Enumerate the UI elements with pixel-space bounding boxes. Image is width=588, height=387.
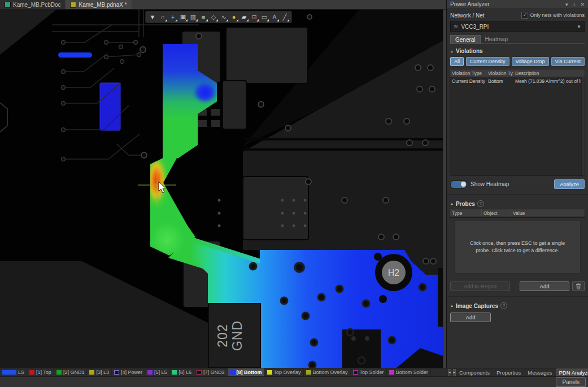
only-violations-checkbox[interactable]: ✓: [521, 12, 528, 19]
trash-icon: [576, 283, 581, 289]
probes-table-header: Type Object Value: [450, 209, 585, 217]
show-heatmap-toggle[interactable]: [450, 181, 467, 188]
pin-icon[interactable]: ⊥: [572, 2, 577, 7]
probes-table[interactable]: Type Object Value: [450, 209, 585, 218]
layer-tab[interactable]: [4] Power: [112, 368, 145, 376]
panel-tab-strip: General Heatmap: [450, 35, 585, 44]
region-shape-icon[interactable]: ▰: [239, 12, 249, 22]
layer-color-swatch: [2, 370, 16, 375]
filter-icon[interactable]: ▼: [147, 12, 158, 22]
layer-tab[interactable]: Bottom Overlay: [304, 368, 351, 376]
help-icon[interactable]: ?: [500, 302, 507, 309]
workspace-panel-tab[interactable]: Messages: [524, 368, 555, 377]
move-crosshair-icon[interactable]: +: [168, 12, 178, 22]
layer-tab[interactable]: Top Solder: [351, 368, 387, 376]
layer-tab[interactable]: [6] L6: [169, 368, 194, 376]
wave-measure-icon[interactable]: ∿: [219, 12, 229, 22]
workspace-panel-tab[interactable]: PDN Analyzer: [556, 368, 588, 377]
layer-color-swatch: [29, 370, 34, 375]
layer-tab[interactable]: LS: [0, 368, 27, 376]
layer-color-swatch: [267, 370, 272, 375]
help-icon[interactable]: ?: [477, 200, 484, 207]
pcb-canvas[interactable]: H2 202 G: [0, 10, 443, 368]
layer-tab[interactable]: Bottom Solder: [387, 368, 431, 376]
table-scrollbar[interactable]: [581, 77, 585, 175]
violation-row[interactable]: Current Density Bottom Mesh (71.039 A/mm…: [450, 77, 585, 85]
violations-table[interactable]: Violation Type Violation Type Descriptio…: [450, 69, 585, 176]
document-tab-label: Kame_MB.pdnaX *: [79, 2, 127, 8]
layer-tab[interactable]: [3] L3: [87, 368, 112, 376]
layer-tab[interactable]: [5] L5: [145, 368, 170, 376]
layer-color-swatch: [230, 370, 235, 375]
layer-color-swatch: [147, 370, 153, 375]
layer-tab[interactable]: [1] Top: [27, 368, 54, 376]
only-violations-label: Only nets with violations: [530, 12, 585, 18]
net-select[interactable]: ≋ VCC3_RPI ▼: [450, 21, 585, 32]
line-draw-icon[interactable]: ╱: [280, 12, 290, 22]
fill-region-icon[interactable]: ■: [198, 12, 208, 22]
polygon-draw-icon[interactable]: ◇: [208, 12, 219, 22]
layer-color-swatch: [114, 370, 119, 375]
workspace-panel-tab[interactable]: Components: [456, 368, 493, 377]
layer-tab[interactable]: [7] GND2: [194, 368, 228, 376]
power-analyzer-panel: Power Analyzer ▾ ⊥ ✕ Network / Net ✓ Onl…: [446, 0, 588, 368]
panels-button[interactable]: Panels: [556, 377, 586, 387]
workspace-panel-tabs: ◂ ▸ Components Properties Messages: [446, 368, 588, 376]
layer-tab-bar: LS [1] Top [2] GND1 [3] L3: [0, 368, 446, 376]
probe-hint-box: Click once, then press ESC to get a sing…: [454, 221, 581, 274]
panel-menu-icon[interactable]: ▾: [565, 2, 568, 7]
violation-filter-button[interactable]: Voltage Drop: [512, 57, 549, 66]
selection-rect-icon[interactable]: ▣: [178, 12, 188, 22]
pcb-canvas-area[interactable]: H2 202 G: [0, 10, 446, 368]
highlight-pin-icon[interactable]: ●: [229, 12, 239, 22]
svg-text:202: 202: [215, 324, 230, 347]
document-icon: [70, 2, 76, 8]
violations-table-header: Violation Type Violation Type Descriptio…: [450, 69, 585, 77]
document-icon: [5, 2, 11, 8]
document-tab-label: Kame_MB.PcbDoc: [13, 2, 60, 8]
layer-color-swatch: [197, 370, 202, 375]
layer-color-swatch: [306, 370, 311, 375]
chevron-down-icon: ▼: [577, 24, 581, 29]
add-to-report-button[interactable]: Add to Report: [450, 282, 510, 291]
panel-tab[interactable]: Heatmap: [481, 35, 513, 43]
workspace-panel-tab[interactable]: Properties: [493, 368, 524, 377]
delete-probe-button[interactable]: [572, 281, 585, 291]
column-view-icon[interactable]: ▥: [188, 12, 198, 22]
canvas-scrollbar[interactable]: [443, 10, 446, 368]
net-icon: ≋: [454, 24, 458, 30]
net-select-value: VCC3_RPI: [461, 24, 489, 30]
scroll-left-icon[interactable]: ◂: [448, 369, 451, 376]
violation-filter-button[interactable]: Current Density: [466, 57, 509, 66]
add-probe-button[interactable]: Add: [520, 282, 569, 291]
violations-section-header[interactable]: ▲ Violations: [447, 44, 588, 56]
close-icon[interactable]: ✕: [580, 2, 585, 7]
collapse-triangle-icon: ▲: [450, 304, 454, 307]
violation-filter-button[interactable]: Via Current: [551, 57, 585, 66]
layer-tab[interactable]: [8] Bottom: [228, 368, 265, 376]
document-tab[interactable]: Kame_MB.PcbDoc: [0, 0, 65, 9]
probes-section-header[interactable]: ▲ Probes ?: [447, 196, 588, 209]
section-divider: [447, 194, 588, 195]
layer-color-swatch: [389, 370, 394, 375]
silkscreen-label: 202 GND: [215, 320, 245, 351]
mounting-hole-label: H2: [388, 268, 400, 278]
analyze-button[interactable]: Analyze: [554, 179, 585, 189]
layer-tab[interactable]: Top Overlay: [265, 368, 304, 376]
panel-title-bar: Power Analyzer ▾ ⊥ ✕: [447, 0, 588, 9]
layer-color-swatch: [172, 370, 177, 375]
ruler-icon[interactable]: ▭: [259, 12, 269, 22]
image-captures-section-header[interactable]: ▲ Image Captures ?: [447, 298, 588, 311]
text-string-icon[interactable]: A: [269, 12, 280, 22]
layer-color-swatch: [56, 370, 62, 375]
snap-magnet-icon[interactable]: ∩: [158, 12, 168, 22]
layer-tab[interactable]: [2] GND1: [54, 368, 88, 376]
svg-text:GND: GND: [230, 320, 245, 351]
panel-tab[interactable]: General: [450, 35, 481, 43]
add-capture-button[interactable]: Add: [450, 313, 491, 322]
probes-button-row: Add to Report Add: [450, 281, 585, 291]
export-view-icon[interactable]: ⊡: [249, 12, 259, 22]
document-tab[interactable]: Kame_MB.pdnaX *: [66, 0, 131, 9]
violation-filter-button[interactable]: All: [450, 57, 464, 66]
show-heatmap-label: Show Heatmap: [471, 181, 509, 187]
